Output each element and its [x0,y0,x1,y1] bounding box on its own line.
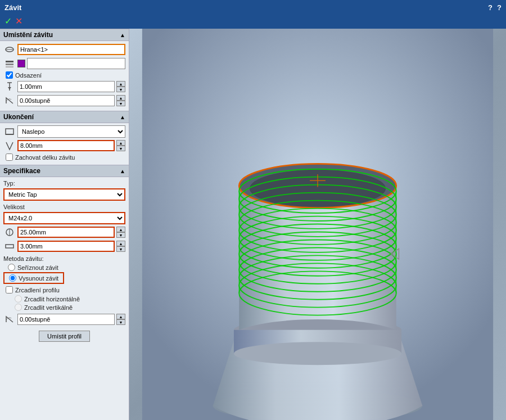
ukonceni-content: Naslepo ▲ ▼ Zachovat délku záv [0,123,129,165]
method-label: Metoda závitu: [3,255,44,262]
angle-up-btn[interactable]: ▲ [116,95,125,101]
method-option1-label: Seříznout závit [17,264,58,271]
mirror-label: Zrcadlení profilu [15,287,60,293]
depth-down-btn[interactable]: ▼ [116,146,125,151]
angle2-down-btn[interactable]: ▼ [116,319,125,325]
dim1-down-btn[interactable]: ▼ [116,232,125,238]
method-label-row: Metoda závitu: [3,255,125,263]
svg-rect-4 [6,66,13,67]
offset-label: Odsazení [15,72,42,79]
title-label: Závit [4,3,21,12]
angle2-icon [3,313,16,326]
titlebar: Závit ? ? [0,0,506,15]
chevron-ukonceni-icon: ▲ [120,114,125,120]
dim2-spinner[interactable]: ▲ ▼ [116,241,125,252]
method-option2-label: Vysunout závit [19,275,58,282]
mirror-checkbox[interactable] [6,286,13,293]
offset-checkbox[interactable] [6,71,13,79]
confirm-button[interactable]: ✓ [4,16,12,26]
viewport[interactable] [129,29,506,420]
dim1-row: ▲ ▼ [3,226,125,238]
svg-rect-3 [6,64,13,65]
depth-up-btn[interactable]: ▲ [116,140,125,146]
layer-icon [3,57,16,70]
section-specifikace-label: Specifikace [3,167,40,175]
method-radio-2[interactable] [9,274,16,282]
end-type-icon [3,125,16,138]
umisteni-content: Odsazení ▲ ▼ [0,41,129,111]
offset-input[interactable] [17,81,115,92]
type-section-label: Typ: [3,180,15,187]
angle-row: ▲ ▼ [3,94,125,107]
dim2-input[interactable] [17,241,115,252]
place-profile-row: Umístit profil [3,327,125,345]
color-swatch[interactable] [17,60,25,67]
keep-length-checkbox[interactable] [6,153,13,161]
mirror-h-label: Zrcadlit horizontálně [24,296,80,302]
mirror-v-radio[interactable] [15,304,22,311]
titlebar-icons: ? ? [488,3,502,12]
dim2-down-btn[interactable]: ▼ [116,246,125,252]
dim1-icon [3,226,16,238]
left-panel: Umístění závitu ▲ [0,29,129,420]
viewport-svg [129,29,506,420]
keep-length-label: Zachovat délku závitu [15,154,75,161]
end-type-row: Naslepo [3,125,125,138]
dim2-up-btn[interactable]: ▲ [116,241,125,246]
dim1-input[interactable] [17,227,115,238]
type-select-row: Metric Tap [3,188,125,201]
edge-icon [3,43,16,56]
depth-input[interactable] [17,140,115,151]
method-option1-row: Seříznout závit [3,264,125,271]
dim2-icon [3,240,16,252]
offset-checkbox-row: Odsazení [3,71,125,79]
angle2-up-btn[interactable]: ▲ [116,314,125,319]
edge-row [3,43,125,56]
angle-icon [3,94,16,107]
cancel-button[interactable]: ✕ [15,16,22,26]
offset-value-row: ▲ ▼ [3,80,125,93]
svg-marker-7 [8,87,11,89]
depth-spinner[interactable]: ▲ ▼ [116,140,125,151]
mirror-v-row: Zrcadlit vertikálně [3,304,125,311]
end-type-select[interactable]: Naslepo [17,125,125,138]
size-section-label: Velikost [3,204,25,210]
chevron-umisteni-icon: ▲ [120,32,125,38]
section-ukonceni-header[interactable]: Ukončení ▲ [0,111,129,123]
angle2-input[interactable] [17,314,115,325]
type-label-row: Typ: [3,179,125,187]
place-profile-button[interactable]: Umístit profil [39,331,90,342]
offset-down-btn[interactable]: ▼ [116,87,125,92]
angle-input[interactable] [17,95,115,106]
edge-input[interactable] [17,44,125,55]
keep-length-row: Zachovat délku závitu [3,153,125,161]
angle-spinner[interactable]: ▲ ▼ [116,95,125,106]
section-umisteni-header[interactable]: Umístění závitu ▲ [0,29,129,41]
offset-up-btn[interactable]: ▲ [116,81,125,87]
offset-spinner[interactable]: ▲ ▼ [116,81,125,92]
color-input[interactable] [27,58,125,69]
mirror-h-radio[interactable] [15,295,22,302]
mirror-v-label: Zrcadlit vertikálně [24,304,73,311]
size-select[interactable]: M24x2.0 [3,212,125,224]
dim1-up-btn[interactable]: ▲ [116,227,125,232]
mirror-h-row: Zrcadlit horizontálně [3,295,125,302]
size-label-row: Velikost [3,203,125,211]
dim2-row: ▲ ▼ [3,240,125,252]
type-select[interactable]: Metric Tap [3,188,125,201]
svg-rect-12 [6,245,13,248]
section-specifikace-header[interactable]: Specifikace ▲ [0,165,129,177]
chevron-specifikace-icon: ▲ [120,168,125,174]
toolbar-row: ✓ ✕ [0,15,506,29]
method-radio-1[interactable] [8,264,15,271]
color-row [3,57,125,70]
angle-down-btn[interactable]: ▼ [116,101,125,106]
depth-icon [3,139,16,152]
specifikace-content: Typ: Metric Tap Velikost M24x2.0 [0,177,129,347]
section-ukonceni-label: Ukončení [3,113,34,121]
dim1-spinner[interactable]: ▲ ▼ [116,227,125,238]
help-icon[interactable]: ? [488,3,493,12]
help2-icon[interactable]: ? [497,3,502,12]
angle2-row: ▲ ▼ [3,313,125,326]
angle2-spinner[interactable]: ▲ ▼ [116,314,125,325]
